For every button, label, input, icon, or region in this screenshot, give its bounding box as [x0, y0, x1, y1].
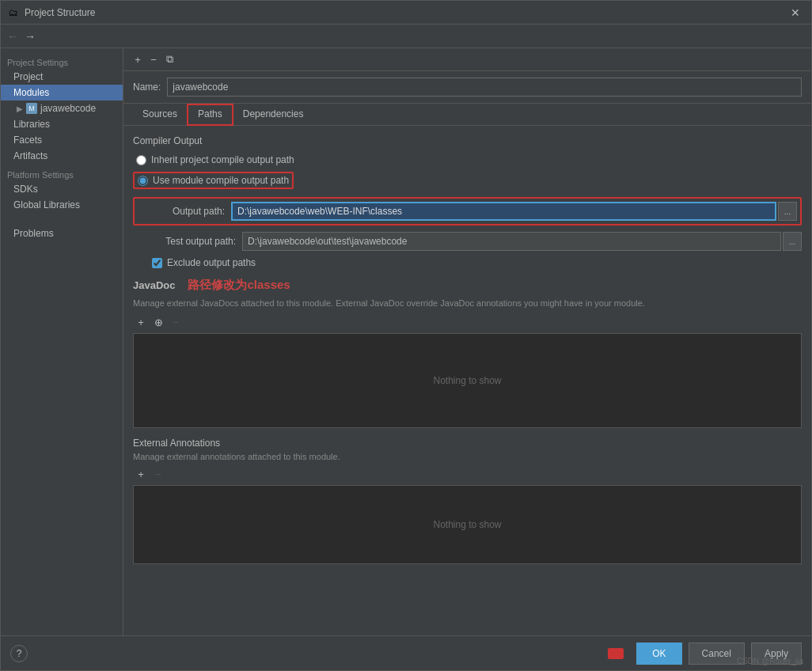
sidebar-item-problems[interactable]: Problems [1, 226, 123, 241]
remove-module-button[interactable]: − [146, 51, 161, 67]
output-path-input[interactable] [231, 202, 776, 221]
javadoc-section: JavaDoc 路径修改为classes Manage external Jav… [133, 278, 802, 428]
name-label: Name: [133, 82, 161, 93]
tab-sources[interactable]: Sources [133, 104, 187, 126]
test-output-label: Test output path: [149, 236, 236, 247]
tab-dependencies[interactable]: Dependencies [233, 104, 313, 126]
javadoc-description: Manage external JavaDocs attached to thi… [133, 298, 802, 309]
radio-group: Inherit project compile output path Use … [133, 153, 802, 194]
right-panel: + − ⧉ Name: Sources Paths Dependencies C… [123, 48, 811, 635]
ext-empty-text: Nothing to show [433, 519, 501, 530]
use-module-radio-row: Use module compile output path [133, 172, 294, 189]
copy-module-button[interactable]: ⧉ [161, 51, 177, 67]
project-structure-dialog: 🗂 Project Structure ✕ ← → Project Settin… [0, 0, 812, 671]
footer-left: ? [10, 645, 601, 662]
platform-settings-label: Platform Settings [1, 164, 123, 181]
output-path-label: Output path: [138, 206, 225, 217]
javadoc-add-button[interactable]: + [133, 314, 149, 330]
inherit-radio[interactable] [136, 155, 146, 165]
javadoc-empty-text: Nothing to show [433, 375, 501, 386]
use-module-radio[interactable] [138, 176, 148, 186]
back-button[interactable]: ← [4, 28, 21, 45]
javadoc-add-url-button[interactable]: ⊕ [150, 314, 166, 330]
help-button[interactable]: ? [10, 645, 28, 662]
ext-remove-button[interactable]: − [150, 466, 166, 482]
ext-add-button[interactable]: + [133, 466, 149, 482]
javadoc-remove-button[interactable]: − [168, 314, 184, 330]
main-content: Project Settings Project Modules ▶ M jav… [1, 48, 811, 635]
footer: ? OK Cancel Apply [1, 635, 811, 670]
forward-button[interactable]: → [21, 28, 39, 45]
exclude-checkbox-row: Exclude output paths [133, 257, 802, 268]
sidebar-item-global-libraries[interactable]: Global Libraries [1, 197, 123, 213]
project-settings-label: Project Settings [1, 55, 123, 69]
window-icon: 🗂 [7, 6, 20, 19]
javadoc-list: Nothing to show [133, 333, 802, 428]
sidebar-item-artifacts[interactable]: Artifacts [1, 148, 123, 164]
output-path-row: Output path: ... [133, 197, 802, 226]
use-module-label: Use module compile output path [153, 175, 289, 186]
nav-toolbar: ← → [1, 25, 811, 48]
sidebar: Project Settings Project Modules ▶ M jav… [1, 48, 123, 635]
add-module-button[interactable]: + [130, 51, 146, 67]
sidebar-tree-module[interactable]: ▶ M javawebcode [1, 100, 123, 116]
inherit-label: Inherit project compile output path [151, 154, 294, 165]
module-icon: M [26, 103, 37, 114]
window-title: Project Structure [25, 7, 786, 18]
name-row: Name: [123, 71, 811, 104]
test-output-input[interactable] [242, 232, 781, 251]
sidebar-item-libraries[interactable]: Libraries [1, 116, 123, 132]
javadoc-toolbar: + ⊕ − [133, 314, 802, 330]
close-button[interactable]: ✕ [786, 5, 805, 21]
sidebar-item-modules[interactable]: Modules [1, 85, 123, 100]
javadoc-annotation: 路径修改为classes [188, 278, 290, 293]
module-toolbar: + − ⧉ [123, 48, 811, 71]
title-bar: 🗂 Project Structure ✕ [1, 1, 811, 25]
name-input[interactable] [167, 78, 802, 97]
output-path-browse-button[interactable]: ... [778, 202, 797, 221]
external-annotations-title: External Annotations [133, 438, 802, 449]
tabs-bar: Sources Paths Dependencies [123, 104, 811, 126]
exclude-label: Exclude output paths [167, 257, 256, 268]
tree-arrow-icon: ▶ [17, 104, 23, 113]
delete-indicator [608, 648, 624, 659]
javadoc-title: JavaDoc [133, 279, 175, 291]
content-area: Compiler Output Inherit project compile … [123, 126, 811, 635]
inherit-radio-row: Inherit project compile output path [133, 153, 802, 167]
sidebar-item-facets[interactable]: Facets [1, 132, 123, 148]
ext-annotations-list: Nothing to show [133, 485, 802, 564]
ok-button[interactable]: OK [636, 643, 681, 665]
external-annotations-section: External Annotations Manage external ann… [133, 438, 802, 564]
exclude-checkbox[interactable] [152, 258, 162, 268]
test-output-path-row: Test output path: ... [133, 232, 802, 251]
sidebar-item-sdks[interactable]: SDKs [1, 181, 123, 197]
sidebar-item-project[interactable]: Project [1, 69, 123, 85]
tab-paths[interactable]: Paths [187, 104, 233, 126]
ext-annotations-toolbar: + − [133, 466, 802, 482]
watermark: CSDN @Rouer_jia [737, 657, 803, 665]
module-name: javawebcode [40, 103, 96, 114]
external-annotations-desc: Manage external annotations attached to … [133, 452, 802, 461]
test-output-browse-button[interactable]: ... [783, 232, 802, 251]
compiler-output-title: Compiler Output [133, 135, 802, 146]
